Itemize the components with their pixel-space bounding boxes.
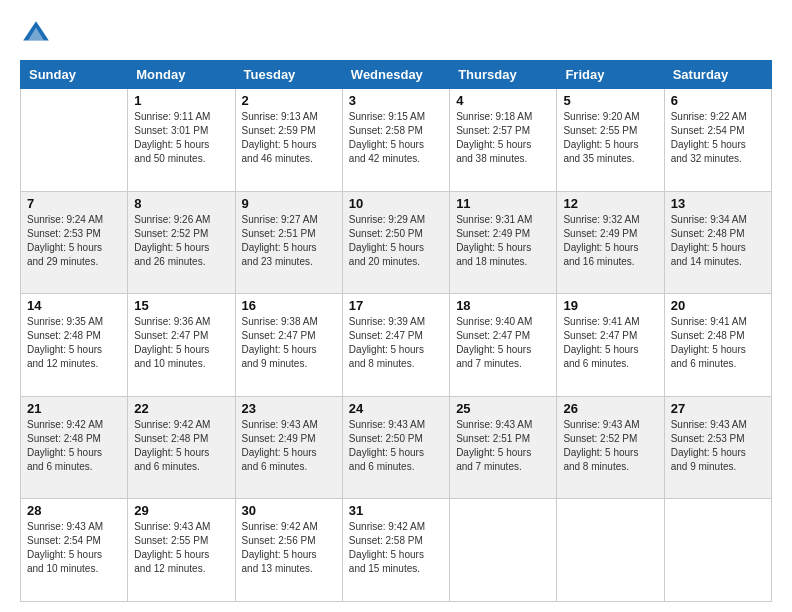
day-info: Sunrise: 9:32 AM Sunset: 2:49 PM Dayligh…: [563, 213, 657, 269]
day-number: 3: [349, 93, 443, 108]
calendar-cell: 3Sunrise: 9:15 AM Sunset: 2:58 PM Daylig…: [342, 89, 449, 192]
calendar-cell: 14Sunrise: 9:35 AM Sunset: 2:48 PM Dayli…: [21, 294, 128, 397]
weekday-header-sunday: Sunday: [21, 61, 128, 89]
day-number: 18: [456, 298, 550, 313]
calendar-cell: 11Sunrise: 9:31 AM Sunset: 2:49 PM Dayli…: [450, 191, 557, 294]
calendar-cell: 7Sunrise: 9:24 AM Sunset: 2:53 PM Daylig…: [21, 191, 128, 294]
calendar-cell: 9Sunrise: 9:27 AM Sunset: 2:51 PM Daylig…: [235, 191, 342, 294]
day-info: Sunrise: 9:43 AM Sunset: 2:50 PM Dayligh…: [349, 418, 443, 474]
calendar-cell: 4Sunrise: 9:18 AM Sunset: 2:57 PM Daylig…: [450, 89, 557, 192]
day-number: 5: [563, 93, 657, 108]
calendar-cell: 6Sunrise: 9:22 AM Sunset: 2:54 PM Daylig…: [664, 89, 771, 192]
day-info: Sunrise: 9:43 AM Sunset: 2:53 PM Dayligh…: [671, 418, 765, 474]
day-info: Sunrise: 9:11 AM Sunset: 3:01 PM Dayligh…: [134, 110, 228, 166]
day-number: 16: [242, 298, 336, 313]
day-number: 11: [456, 196, 550, 211]
calendar-week-row: 1Sunrise: 9:11 AM Sunset: 3:01 PM Daylig…: [21, 89, 772, 192]
day-number: 25: [456, 401, 550, 416]
calendar-cell: 15Sunrise: 9:36 AM Sunset: 2:47 PM Dayli…: [128, 294, 235, 397]
day-info: Sunrise: 9:22 AM Sunset: 2:54 PM Dayligh…: [671, 110, 765, 166]
day-info: Sunrise: 9:27 AM Sunset: 2:51 PM Dayligh…: [242, 213, 336, 269]
day-info: Sunrise: 9:42 AM Sunset: 2:58 PM Dayligh…: [349, 520, 443, 576]
calendar-week-row: 21Sunrise: 9:42 AM Sunset: 2:48 PM Dayli…: [21, 396, 772, 499]
calendar-cell: 27Sunrise: 9:43 AM Sunset: 2:53 PM Dayli…: [664, 396, 771, 499]
calendar-cell: 29Sunrise: 9:43 AM Sunset: 2:55 PM Dayli…: [128, 499, 235, 602]
day-info: Sunrise: 9:43 AM Sunset: 2:55 PM Dayligh…: [134, 520, 228, 576]
day-number: 24: [349, 401, 443, 416]
weekday-header-tuesday: Tuesday: [235, 61, 342, 89]
page: SundayMondayTuesdayWednesdayThursdayFrid…: [0, 0, 792, 612]
day-number: 1: [134, 93, 228, 108]
day-number: 6: [671, 93, 765, 108]
calendar-week-row: 28Sunrise: 9:43 AM Sunset: 2:54 PM Dayli…: [21, 499, 772, 602]
calendar-cell: 30Sunrise: 9:42 AM Sunset: 2:56 PM Dayli…: [235, 499, 342, 602]
calendar-cell: 5Sunrise: 9:20 AM Sunset: 2:55 PM Daylig…: [557, 89, 664, 192]
day-number: 2: [242, 93, 336, 108]
day-number: 31: [349, 503, 443, 518]
day-info: Sunrise: 9:20 AM Sunset: 2:55 PM Dayligh…: [563, 110, 657, 166]
calendar-cell: 21Sunrise: 9:42 AM Sunset: 2:48 PM Dayli…: [21, 396, 128, 499]
day-number: 29: [134, 503, 228, 518]
day-info: Sunrise: 9:43 AM Sunset: 2:51 PM Dayligh…: [456, 418, 550, 474]
calendar-cell: 20Sunrise: 9:41 AM Sunset: 2:48 PM Dayli…: [664, 294, 771, 397]
day-info: Sunrise: 9:18 AM Sunset: 2:57 PM Dayligh…: [456, 110, 550, 166]
day-number: 9: [242, 196, 336, 211]
calendar-cell: 31Sunrise: 9:42 AM Sunset: 2:58 PM Dayli…: [342, 499, 449, 602]
day-info: Sunrise: 9:34 AM Sunset: 2:48 PM Dayligh…: [671, 213, 765, 269]
day-info: Sunrise: 9:42 AM Sunset: 2:56 PM Dayligh…: [242, 520, 336, 576]
header: [20, 18, 772, 50]
day-info: Sunrise: 9:42 AM Sunset: 2:48 PM Dayligh…: [27, 418, 121, 474]
day-info: Sunrise: 9:43 AM Sunset: 2:52 PM Dayligh…: [563, 418, 657, 474]
day-number: 22: [134, 401, 228, 416]
day-number: 13: [671, 196, 765, 211]
calendar-cell: 26Sunrise: 9:43 AM Sunset: 2:52 PM Dayli…: [557, 396, 664, 499]
day-info: Sunrise: 9:39 AM Sunset: 2:47 PM Dayligh…: [349, 315, 443, 371]
day-info: Sunrise: 9:43 AM Sunset: 2:54 PM Dayligh…: [27, 520, 121, 576]
calendar-cell: 16Sunrise: 9:38 AM Sunset: 2:47 PM Dayli…: [235, 294, 342, 397]
calendar-week-row: 7Sunrise: 9:24 AM Sunset: 2:53 PM Daylig…: [21, 191, 772, 294]
logo: [20, 18, 56, 50]
day-info: Sunrise: 9:41 AM Sunset: 2:48 PM Dayligh…: [671, 315, 765, 371]
calendar-cell: [664, 499, 771, 602]
day-number: 15: [134, 298, 228, 313]
weekday-header-thursday: Thursday: [450, 61, 557, 89]
calendar-cell: [557, 499, 664, 602]
day-number: 10: [349, 196, 443, 211]
day-number: 19: [563, 298, 657, 313]
day-number: 30: [242, 503, 336, 518]
calendar-cell: 22Sunrise: 9:42 AM Sunset: 2:48 PM Dayli…: [128, 396, 235, 499]
calendar-cell: 12Sunrise: 9:32 AM Sunset: 2:49 PM Dayli…: [557, 191, 664, 294]
day-info: Sunrise: 9:43 AM Sunset: 2:49 PM Dayligh…: [242, 418, 336, 474]
calendar-cell: 19Sunrise: 9:41 AM Sunset: 2:47 PM Dayli…: [557, 294, 664, 397]
calendar-cell: 18Sunrise: 9:40 AM Sunset: 2:47 PM Dayli…: [450, 294, 557, 397]
calendar-cell: [450, 499, 557, 602]
calendar-cell: [21, 89, 128, 192]
calendar-cell: 10Sunrise: 9:29 AM Sunset: 2:50 PM Dayli…: [342, 191, 449, 294]
day-info: Sunrise: 9:15 AM Sunset: 2:58 PM Dayligh…: [349, 110, 443, 166]
weekday-header-row: SundayMondayTuesdayWednesdayThursdayFrid…: [21, 61, 772, 89]
calendar-cell: 25Sunrise: 9:43 AM Sunset: 2:51 PM Dayli…: [450, 396, 557, 499]
day-info: Sunrise: 9:13 AM Sunset: 2:59 PM Dayligh…: [242, 110, 336, 166]
day-info: Sunrise: 9:29 AM Sunset: 2:50 PM Dayligh…: [349, 213, 443, 269]
calendar-cell: 28Sunrise: 9:43 AM Sunset: 2:54 PM Dayli…: [21, 499, 128, 602]
day-info: Sunrise: 9:36 AM Sunset: 2:47 PM Dayligh…: [134, 315, 228, 371]
calendar-cell: 13Sunrise: 9:34 AM Sunset: 2:48 PM Dayli…: [664, 191, 771, 294]
day-info: Sunrise: 9:24 AM Sunset: 2:53 PM Dayligh…: [27, 213, 121, 269]
day-number: 12: [563, 196, 657, 211]
day-number: 14: [27, 298, 121, 313]
day-info: Sunrise: 9:31 AM Sunset: 2:49 PM Dayligh…: [456, 213, 550, 269]
calendar-table: SundayMondayTuesdayWednesdayThursdayFrid…: [20, 60, 772, 602]
day-info: Sunrise: 9:41 AM Sunset: 2:47 PM Dayligh…: [563, 315, 657, 371]
calendar-cell: 23Sunrise: 9:43 AM Sunset: 2:49 PM Dayli…: [235, 396, 342, 499]
day-number: 21: [27, 401, 121, 416]
calendar-cell: 2Sunrise: 9:13 AM Sunset: 2:59 PM Daylig…: [235, 89, 342, 192]
day-number: 20: [671, 298, 765, 313]
day-number: 28: [27, 503, 121, 518]
day-number: 8: [134, 196, 228, 211]
weekday-header-monday: Monday: [128, 61, 235, 89]
day-number: 17: [349, 298, 443, 313]
day-number: 7: [27, 196, 121, 211]
logo-icon: [20, 18, 52, 50]
weekday-header-saturday: Saturday: [664, 61, 771, 89]
day-number: 23: [242, 401, 336, 416]
